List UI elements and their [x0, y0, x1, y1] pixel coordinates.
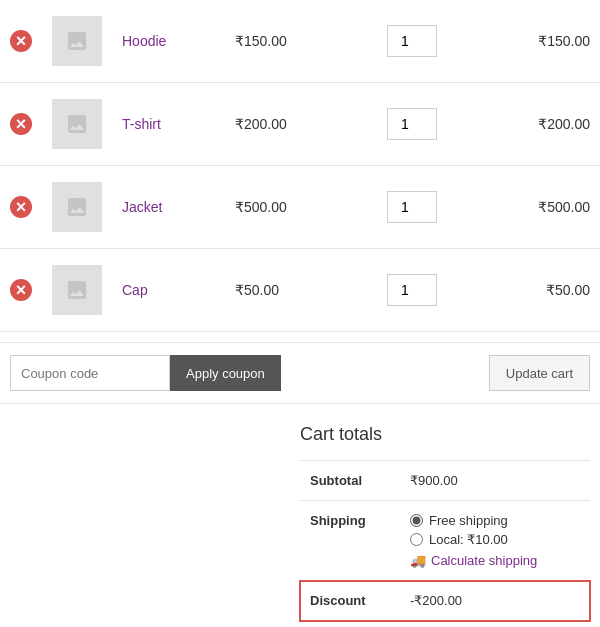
coupon-input[interactable] — [10, 355, 170, 391]
discount-value: -₹200.00 — [400, 581, 590, 621]
total-label: Total — [300, 621, 400, 628]
shipping-label: Shipping — [300, 501, 400, 581]
shipping-option-local: Local: ₹10.00 — [410, 532, 580, 547]
product-name-4: Cap — [122, 282, 148, 298]
product-price-1: ₹150.00 — [235, 33, 287, 49]
update-cart-button[interactable]: Update cart — [489, 355, 590, 391]
shipping-local-label: Local: ₹10.00 — [429, 532, 508, 547]
subtotal-label: Subtotal — [300, 461, 400, 501]
truck-icon: 🚚 — [410, 553, 426, 568]
remove-item-3[interactable]: × — [10, 196, 32, 218]
apply-coupon-button[interactable]: Apply coupon — [170, 355, 281, 391]
shipping-free-label: Free shipping — [429, 513, 508, 528]
product-total-4: ₹50.00 — [546, 282, 590, 298]
subtotal-value: ₹900.00 — [400, 461, 590, 501]
product-price-4: ₹50.00 — [235, 282, 279, 298]
total-value: ₹700.00 — [400, 621, 590, 628]
coupon-row: Apply coupon Update cart — [0, 342, 600, 404]
qty-input-1[interactable] — [387, 25, 437, 57]
product-thumb-3 — [52, 182, 102, 232]
shipping-free-radio[interactable] — [410, 514, 423, 527]
coupon-left: Apply coupon — [10, 355, 281, 391]
cart-row-2: × T-shirt ₹200.00 ₹200.00 — [0, 83, 600, 166]
product-thumb-1 — [52, 16, 102, 66]
product-total-2: ₹200.00 — [538, 116, 590, 132]
product-name-2: T-shirt — [122, 116, 161, 132]
shipping-row: Shipping Free shipping Local: ₹10.00 🚚 C… — [300, 501, 590, 581]
product-name-1: Hoodie — [122, 33, 166, 49]
shipping-option-free: Free shipping — [410, 513, 580, 528]
discount-row: Discount -₹200.00 — [300, 581, 590, 621]
discount-label: Discount — [300, 581, 400, 621]
calculate-shipping-link[interactable]: 🚚 Calculate shipping — [410, 553, 580, 568]
qty-input-3[interactable] — [387, 191, 437, 223]
remove-item-1[interactable]: × — [10, 30, 32, 52]
shipping-value: Free shipping Local: ₹10.00 🚚 Calculate … — [400, 501, 590, 581]
cart-row-4: × Cap ₹50.00 ₹50.00 — [0, 249, 600, 332]
cart-row-3: × Jacket ₹500.00 ₹500.00 — [0, 166, 600, 249]
cart-totals-title: Cart totals — [300, 424, 590, 445]
product-total-3: ₹500.00 — [538, 199, 590, 215]
product-thumb-4 — [52, 265, 102, 315]
qty-input-2[interactable] — [387, 108, 437, 140]
cart-totals-table: Subtotal ₹900.00 Shipping Free shipping … — [300, 460, 590, 627]
cart-totals-section: Cart totals Subtotal ₹900.00 Shipping Fr… — [0, 404, 600, 627]
product-price-3: ₹500.00 — [235, 199, 287, 215]
qty-input-4[interactable] — [387, 274, 437, 306]
shipping-local-radio[interactable] — [410, 533, 423, 546]
cart-row-1: × Hoodie ₹150.00 ₹150.00 — [0, 0, 600, 83]
remove-item-4[interactable]: × — [10, 279, 32, 301]
product-total-1: ₹150.00 — [538, 33, 590, 49]
remove-item-2[interactable]: × — [10, 113, 32, 135]
cart-table: × Hoodie ₹150.00 ₹150.00 × — [0, 0, 600, 332]
product-price-2: ₹200.00 — [235, 116, 287, 132]
product-thumb-2 — [52, 99, 102, 149]
calculate-shipping-label: Calculate shipping — [431, 553, 537, 568]
subtotal-row: Subtotal ₹900.00 — [300, 461, 590, 501]
total-row: Total ₹700.00 — [300, 621, 590, 628]
product-name-3: Jacket — [122, 199, 162, 215]
